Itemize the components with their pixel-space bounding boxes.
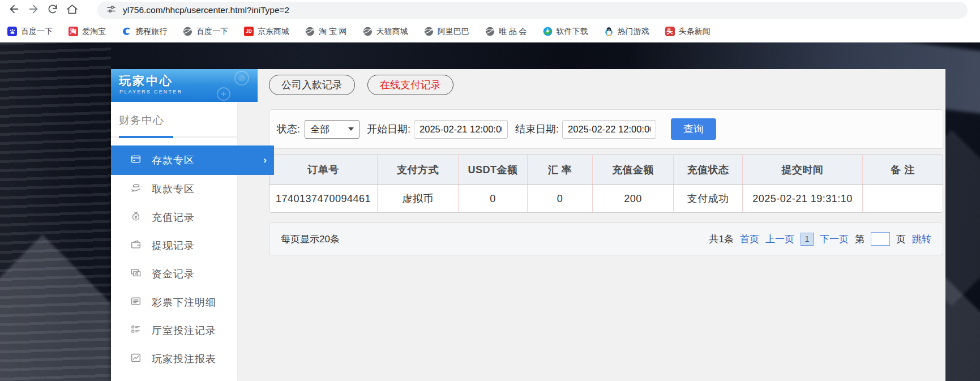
end-date-input[interactable] [562,120,656,139]
forward-button[interactable] [24,1,43,19]
table-header-row: 订单号 支付方式 USDT金额 汇 率 充值金额 充值状态 提交时间 备 注 [269,155,943,185]
money-bag-icon [131,211,141,224]
home-button[interactable] [62,1,82,19]
back-button[interactable] [5,1,24,19]
download-icon [543,27,553,36]
players-center-banner: 玩家中心 PLAYERS CENTER [111,69,258,102]
deposit-card-icon [131,154,141,167]
forward-arrow-icon [27,3,40,18]
bookmark-label: 携程旅行 [135,27,167,37]
bookmark-tmall[interactable]: 天猫商城 [363,27,408,37]
jd-icon: JD [244,27,254,36]
banknotes-icon [131,268,141,281]
sidebar-item-funds-records[interactable]: 资金记录 [111,260,237,288]
jump-suffix-text: 页 [896,233,906,246]
sidebar-item-promo-application[interactable]: 优惠申请 [111,373,237,381]
bookmark-ctrip[interactable]: 携程旅行 [122,27,167,37]
bookmark-label: 淘 宝 网 [319,27,347,37]
filter-bar: 状态: 全部 开始日期: 结束日期: 查询 [269,109,943,149]
baidu-paw-icon [7,27,17,36]
globe-icon [305,27,315,36]
sidebar-item-player-bet-report[interactable]: 玩家投注报表 [111,345,237,373]
bookmark-alibaba[interactable]: 阿里巴巴 [424,27,469,37]
payment-records-table: 订单号 支付方式 USDT金额 汇 率 充值金额 充值状态 提交时间 备 注 1… [269,155,943,213]
bookmark-vip[interactable]: 唯 品 会 [485,27,527,37]
start-date-input[interactable] [414,120,508,139]
sidebar-body: 财务中心 存款专区 › [111,69,237,381]
sidebar-menu: 存款专区 › 取款专区 [111,145,237,381]
sidebar-item-lottery-bet-details[interactable]: 彩票下注明细 [111,288,237,316]
column-header-remark: 备 注 [862,155,943,185]
bookmark-baidu[interactable]: 百度一下 [7,27,53,37]
search-button[interactable]: 查询 [671,118,716,140]
jump-link[interactable]: 跳转 [912,233,931,246]
bookmark-taobao-site[interactable]: 淘 宝 网 [305,27,347,37]
bookmark-jd[interactable]: JD 京东商城 [244,27,289,37]
sidebar-item-recharge-records[interactable]: 充值记录 [111,203,237,232]
sidebar-item-hall-bet-records[interactable]: 厅室投注记录 [111,316,237,345]
bookmark-baidu2[interactable]: 百度一下 [183,27,228,37]
site-settings-icon[interactable] [106,5,116,16]
bookmark-software-download[interactable]: 软件下载 [543,27,588,37]
column-header-recharge-amount: 充值金额 [592,155,673,185]
sidebar-item-withdraw-zone[interactable]: 取款专区 [111,175,237,203]
globe-icon [363,27,373,36]
status-select[interactable]: 全部 [305,120,360,139]
cell-payment-method: 虚拟币 [377,185,458,212]
status-label: 状态: [277,122,300,136]
start-date-label: 开始日期: [367,122,410,136]
tab-online-payment-records[interactable]: 在线支付记录 [367,75,453,95]
next-page-link[interactable]: 下一页 [820,233,849,246]
first-page-link[interactable]: 首页 [740,233,759,246]
section-divider [111,136,237,138]
sidebar-item-label: 存款专区 [152,153,195,167]
bookmark-label: 热门游戏 [618,27,649,37]
bookmark-toutiao[interactable]: 头 头条新闻 [665,27,711,37]
sidebar-item-label: 彩票下注明细 [152,296,216,309]
checklist-icon [131,324,141,337]
sidebar-item-deposit-zone[interactable]: 存款专区 › [111,145,274,175]
globe-icon [485,27,495,36]
browser-toolbar: yl756.com/hhcp/usercenter.html?iniType=2 [0,0,980,20]
toutiao-icon: 头 [665,27,675,36]
sidebar-item-label: 提现记录 [152,239,195,252]
cell-exchange-rate: 0 [527,185,592,212]
reload-icon [47,3,58,17]
bookmarks-bar: 百度一下 淘 爱淘宝 携程旅行 百度一下 JD 京东商城 淘 宝 网 [0,20,980,42]
address-bar[interactable]: yl756.com/hhcp/usercenter.html?iniType=2 [97,2,968,19]
status-select-value: 全部 [310,123,329,136]
page-number-input[interactable] [871,232,890,246]
home-icon [66,3,78,18]
bookmark-aitaobao[interactable]: 淘 爱淘宝 [69,27,106,37]
sidebar-item-withdrawal-records[interactable]: 提现记录 [111,232,237,260]
column-header-order-id: 订单号 [269,155,377,185]
chart-report-icon [131,353,141,366]
column-header-recharge-status: 充值状态 [673,155,742,185]
sidebar-item-label: 资金记录 [152,267,195,281]
pagination-bar: 每页显示20条 共1条 首页 上一页 1 下一页 第 页 跳转 [269,222,943,255]
record-tabs: 公司入款记录 在线支付记录 [269,75,945,95]
bookmark-hot-games[interactable]: 热门游戏 [604,27,649,37]
url-text[interactable]: yl756.com/hhcp/usercenter.html?iniType=2 [123,5,289,15]
end-date-label: 结束日期: [515,122,559,136]
reload-button[interactable] [43,1,62,19]
bookmark-label: 百度一下 [21,27,53,37]
prev-page-link[interactable]: 上一页 [765,233,794,246]
back-arrow-icon [8,3,20,18]
bookmark-label: 唯 品 会 [499,27,527,37]
content-layout: 玩家中心 PLAYERS CENTER 财务中心 存款专区 [111,69,945,381]
bookmark-label: 阿里巴巴 [438,27,469,37]
total-count-text: 共1条 [709,233,734,246]
webpage-background: 玩家中心 PLAYERS CENTER 财务中心 存款专区 [0,42,980,381]
penguin-icon [604,27,614,36]
bookmark-label: 百度一下 [196,27,228,37]
sidebar-item-label: 充值记录 [152,211,195,224]
tab-company-deposit-records[interactable]: 公司入款记录 [269,75,355,95]
bookmark-label: 京东商城 [258,27,289,37]
hand-coins-icon [131,183,141,196]
column-header-submit-time: 提交时间 [742,155,862,185]
cell-remark [862,185,943,212]
wallet-icon [131,239,141,252]
gamepad-icon [207,70,255,102]
current-page-indicator[interactable]: 1 [801,233,814,246]
